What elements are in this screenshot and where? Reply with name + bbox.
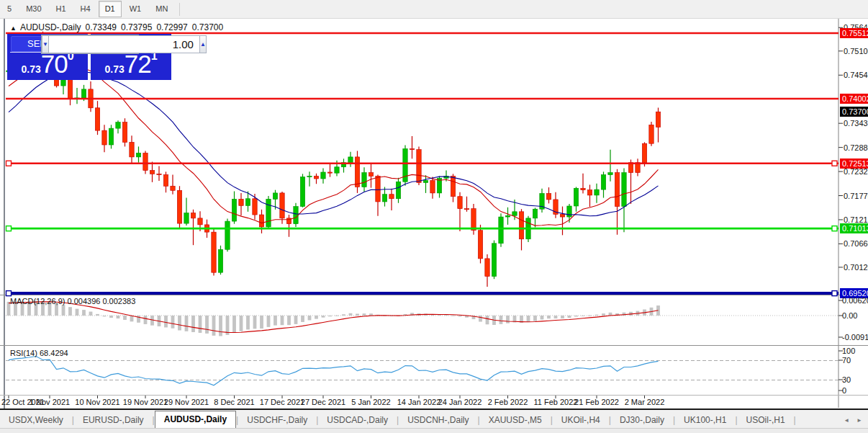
- date-tick-label: 24 Jan 2022: [438, 398, 482, 406]
- line-price-label: 0.75512: [840, 28, 868, 38]
- mt4-window: { "toolbar": { "buttons": [ {"label":"5"…: [0, 0, 868, 433]
- tab-scroll-right-icon[interactable]: ►: [856, 417, 862, 424]
- price-tick-label: 0.74545: [844, 71, 868, 79]
- macd-label: MACD(12,26,9) 0.004396 0.002383: [10, 297, 135, 305]
- tab-xauusd-m5[interactable]: XAUUSD-,M5: [480, 413, 551, 428]
- tab-usdcad-daily[interactable]: USDCAD-,Daily: [318, 413, 397, 428]
- bid-small: 0.73: [21, 63, 40, 75]
- timeframe-button-w1[interactable]: W1: [123, 1, 148, 17]
- bid-quote: 0.73700: [7, 50, 88, 79]
- macd-axis-label: 0.00: [842, 311, 868, 320]
- timeframe-button-m30[interactable]: M30: [19, 1, 48, 17]
- date-tick-label: 14 Jan 2022: [397, 398, 441, 406]
- timeframe-button-d1[interactable]: D1: [99, 1, 122, 17]
- timeframe-toolbar: 5M30H1H4D1W1MN: [0, 0, 868, 19]
- ohlc-close: 0.73700: [192, 22, 223, 32]
- date-tick-label: 10 Nov 2021: [75, 398, 119, 406]
- macd-value-main: 0.004396: [67, 297, 100, 305]
- ohlc-high: 0.73795: [121, 22, 152, 32]
- toolbar-separator: [179, 3, 180, 16]
- line-price-label: 0.74002: [840, 94, 868, 104]
- date-tick-label: 19 Nov 2021: [123, 398, 168, 406]
- rsi-axis-label: 0: [842, 386, 868, 395]
- rsi-label: RSI(14) 68.4294: [10, 349, 68, 357]
- one-click-trade-panel: SELL 0.73700 BUY 0.73721 ▼ ▲: [7, 34, 171, 80]
- timeframe-button-5[interactable]: 5: [1, 1, 18, 17]
- tab-usoil-h1[interactable]: USOil-,H1: [738, 413, 794, 428]
- date-tick-label: 11 Feb 2022: [534, 398, 578, 406]
- tab-usdchf-daily[interactable]: USDCHF-,Daily: [238, 413, 316, 428]
- chart-title: ▲AUDUSD-,Daily0.733490.737950.729970.737…: [10, 22, 227, 32]
- price-tick-label: 0.75100: [844, 47, 868, 55]
- date-tick-label: 1 Nov 2021: [30, 398, 70, 406]
- tab-ukoil-h4[interactable]: UKOil-,H4: [553, 413, 609, 428]
- price-tick-label: 0.70120: [844, 263, 868, 272]
- ohlc-low: 0.72997: [156, 22, 187, 32]
- date-tick-label: 2 Feb 2022: [488, 398, 528, 406]
- date-tick-label: 8 Dec 2021: [214, 398, 254, 406]
- tab-dj30-daily[interactable]: DJ30-,Daily: [611, 413, 673, 428]
- timeframe-button-h1[interactable]: H1: [50, 1, 73, 17]
- line-price-label: 0.72513: [840, 159, 868, 169]
- chart-tab-bar: USDX,Weekly|EURUSD-,Daily|AUDUSD-,Daily|…: [0, 410, 868, 428]
- tab-usdcnh-daily[interactable]: USDCNH-,Daily: [399, 413, 477, 428]
- tab-scroll-left-icon[interactable]: ◄: [844, 417, 849, 424]
- volume-spinner: ▼ ▲: [41, 35, 139, 54]
- ohlc-open: 0.73349: [86, 22, 117, 32]
- ask-small: 0.73: [104, 63, 124, 75]
- tab-separator: |: [794, 413, 796, 428]
- date-tick-label: 5 Jan 2022: [351, 398, 390, 406]
- date-tick-label: 17 Dec 2021: [260, 398, 304, 406]
- rsi-axis-label: 30: [842, 375, 868, 384]
- tab-uk100-h1[interactable]: UK100-,H1: [675, 413, 735, 428]
- tab-eurusd-daily[interactable]: EURUSD-,Daily: [74, 413, 153, 428]
- tab-usdx-weekly[interactable]: USDX,Weekly: [0, 413, 72, 428]
- window-bottom-strip: [0, 428, 868, 433]
- timeframe-button-h4[interactable]: H4: [74, 1, 97, 17]
- price-tick-label: 0.72325: [844, 167, 868, 176]
- date-tick-label: 2 Mar 2022: [625, 398, 665, 406]
- symbol-label: AUDUSD-,Daily: [20, 22, 81, 32]
- date-tick-label: 29 Nov 2021: [164, 398, 209, 406]
- volume-decrease-icon[interactable]: ▼: [42, 35, 49, 53]
- volume-increase-icon[interactable]: ▲: [199, 35, 207, 53]
- rsi-axis-label: 70: [842, 356, 868, 365]
- collapse-arrow-icon[interactable]: ▲: [10, 24, 17, 32]
- tab-audusd-daily[interactable]: AUDUSD-,Daily: [155, 411, 236, 428]
- date-tick-label: 27 Dec 2021: [301, 398, 345, 406]
- rsi-axis-label: 100: [842, 347, 868, 355]
- timeframe-button-mn[interactable]: MN: [149, 1, 174, 17]
- rsi-value: 68.4294: [40, 349, 68, 357]
- macd-axis-label: -0.009193: [842, 333, 868, 342]
- macd-value-signal: 0.002383: [102, 297, 135, 305]
- tab-scroll-arrows: ◄►: [844, 413, 862, 428]
- ask-quote: 0.73721: [91, 50, 171, 79]
- price-tick-label: 0.70660: [844, 239, 868, 248]
- volume-input[interactable]: [49, 35, 199, 53]
- line-price-label: 0.71013: [840, 223, 868, 233]
- current-price-label: 0.73700: [840, 107, 868, 117]
- price-tick-label: 0.72880: [844, 143, 868, 152]
- price-tick-label: 0.71770: [844, 192, 868, 200]
- date-tick-label: 21 Feb 2022: [574, 398, 619, 406]
- macd-axis-label: 0.006201: [842, 296, 868, 305]
- price-tick-label: 0.73435: [844, 119, 868, 128]
